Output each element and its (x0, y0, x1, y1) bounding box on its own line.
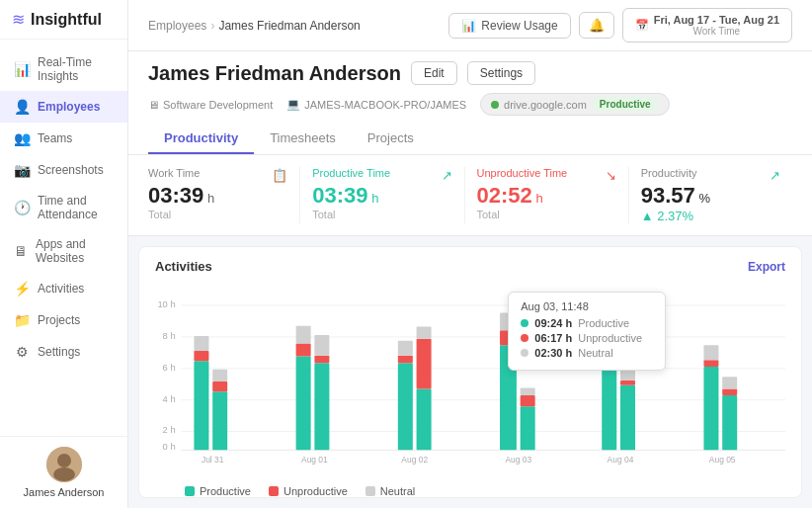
sidebar-item-realtime[interactable]: 📊Real-Time Insights (0, 47, 127, 91)
svg-rect-38 (521, 388, 535, 396)
notifications-button[interactable]: 🔔 (579, 12, 614, 39)
sidebar-item-screenshots[interactable]: 📷Screenshots (0, 154, 127, 186)
logo: ≋ Insightful (0, 0, 127, 40)
date-range-sublabel: Work Time (654, 26, 779, 37)
tooltip-neutral-val: 02:30 h (534, 347, 572, 359)
sidebar-item-settings[interactable]: ⚙Settings (0, 336, 127, 368)
sidebar-item-projects[interactable]: 📁Projects (0, 304, 127, 336)
legend-unproductive-dot (269, 486, 279, 496)
productive-trend-icon: ↗ (442, 168, 452, 183)
tab-timesheets[interactable]: Timesheets (254, 124, 352, 154)
breadcrumb-parent: Employees (148, 19, 206, 33)
tooltip-unproductive: 06:17 h Unproductive (521, 332, 653, 344)
sidebar-item-activities[interactable]: ⚡Activities (0, 273, 127, 304)
nav-label-realtime: Real-Time Insights (38, 55, 114, 83)
svg-rect-18 (212, 391, 227, 450)
sidebar-item-apps[interactable]: 🖥Apps and Websites (0, 229, 127, 273)
nav-label-settings: Settings (38, 345, 80, 359)
stat-unproductive-label: Unproductive Time (477, 167, 568, 179)
legend-productive: Productive (185, 485, 251, 497)
chart-legend: Productive Unproductive Neutral (155, 479, 785, 497)
tooltip-unproductive-dot (521, 334, 528, 342)
nav-icon-projects: 📁 (14, 312, 30, 328)
review-usage-button[interactable]: 📊 Review Usage (448, 13, 570, 39)
stat-unproductive-sub: Total (477, 209, 616, 220)
nav-icon-settings: ⚙ (14, 344, 30, 360)
nav-label-employees: Employees (38, 100, 100, 114)
tab-projects[interactable]: Projects (352, 124, 430, 154)
svg-rect-50 (722, 377, 737, 388)
svg-text:Aug 02: Aug 02 (401, 455, 428, 465)
legend-neutral: Neutral (365, 485, 415, 497)
page-header: James Friedman Anderson Edit Settings 🖥 … (128, 51, 812, 155)
nav-icon-realtime: 📊 (14, 61, 30, 77)
nav-label-activities: Activities (38, 282, 84, 296)
svg-text:6 h: 6 h (163, 363, 176, 373)
active-dot (491, 101, 499, 109)
stat-productive-value: 03:39 (312, 183, 367, 208)
breadcrumb-current: James Friedman Anderson (218, 19, 360, 33)
stat-productive-sub: Total (312, 209, 451, 220)
svg-rect-24 (314, 363, 329, 450)
legend-unproductive-label: Unproductive (284, 485, 348, 497)
nav-label-projects: Projects (38, 313, 80, 327)
stat-work-time-value: 03:39 (148, 183, 203, 208)
svg-rect-28 (398, 356, 413, 364)
main-content: Employees › James Friedman Anderson 📊 Re… (128, 0, 812, 508)
svg-text:Aug 03: Aug 03 (505, 455, 531, 465)
svg-rect-26 (314, 335, 329, 356)
tooltip-productive-dot (521, 319, 528, 327)
sidebar-item-teams[interactable]: 👥Teams (0, 123, 127, 154)
svg-text:Aug 01: Aug 01 (301, 455, 328, 465)
legend-productive-label: Productive (200, 485, 251, 497)
svg-text:Aug 04: Aug 04 (608, 455, 634, 465)
svg-text:Jul 31: Jul 31 (202, 455, 224, 465)
productivity-trend: ▲ 2.37% (641, 209, 693, 223)
sidebar-item-time[interactable]: 🕐Time and Attendance (0, 186, 127, 229)
stat-productive-time: Productive Time ↗ 03:39 h Total (300, 167, 464, 223)
stat-productivity-label: Productivity (641, 167, 697, 179)
settings-button[interactable]: Settings (467, 61, 535, 85)
date-range-button[interactable]: 📅 Fri, Aug 17 - Tue, Aug 21 Work Time (622, 8, 792, 42)
edit-button[interactable]: Edit (411, 61, 457, 85)
svg-rect-45 (703, 367, 718, 450)
breadcrumb: Employees › James Friedman Anderson (148, 19, 361, 33)
export-button[interactable]: Export (748, 260, 785, 274)
chart-tooltip: Aug 03, 11:48 09:24 h Productive 06:17 h… (508, 292, 666, 371)
svg-rect-20 (212, 370, 227, 381)
chart-title-row: Activities Export (155, 259, 785, 274)
svg-rect-46 (703, 360, 718, 367)
nav-icon-apps: 🖥 (14, 243, 28, 259)
svg-rect-49 (722, 388, 737, 395)
stat-work-time-sub: Total (148, 209, 287, 220)
svg-rect-25 (314, 356, 329, 364)
stats-row: Work Time 📋 03:39 h Total Productive Tim… (128, 155, 812, 236)
nav-label-time: Time and Attendance (38, 194, 114, 221)
avatar (46, 447, 82, 482)
user-name: James Anderson (24, 486, 105, 498)
svg-rect-31 (417, 339, 432, 389)
svg-text:2 h: 2 h (163, 425, 176, 435)
unproductive-trend-icon: ↘ (606, 168, 616, 183)
nav-label-apps: Apps and Websites (36, 237, 114, 265)
legend-neutral-dot (365, 486, 375, 496)
svg-rect-27 (398, 363, 413, 450)
sidebar: ≋ Insightful 📊Real-Time Insights👤Employe… (0, 0, 128, 508)
page-title-row: James Friedman Anderson Edit Settings (148, 61, 792, 85)
dept-icon: 🖥 (148, 99, 159, 111)
bar-chart: Aug 03, 11:48 09:24 h Productive 06:17 h… (155, 282, 785, 479)
svg-rect-36 (521, 406, 535, 450)
nav-label-screenshots: Screenshots (38, 163, 104, 177)
svg-rect-42 (620, 385, 635, 451)
sidebar-item-employees[interactable]: 👤Employees (0, 91, 127, 123)
stat-unproductive-value: 02:52 (477, 183, 532, 208)
chart-area: Activities Export Aug 03, 11:48 09:24 h … (138, 246, 802, 498)
svg-text:10 h: 10 h (157, 299, 175, 309)
productive-badge: Productive (592, 97, 659, 112)
svg-rect-47 (703, 345, 718, 360)
svg-text:8 h: 8 h (163, 331, 176, 341)
tab-productivity[interactable]: Productivity (148, 124, 254, 154)
svg-rect-39 (602, 361, 616, 450)
tooltip-unproductive-val: 06:17 h (534, 332, 572, 344)
calendar-icon: 📅 (635, 19, 649, 32)
